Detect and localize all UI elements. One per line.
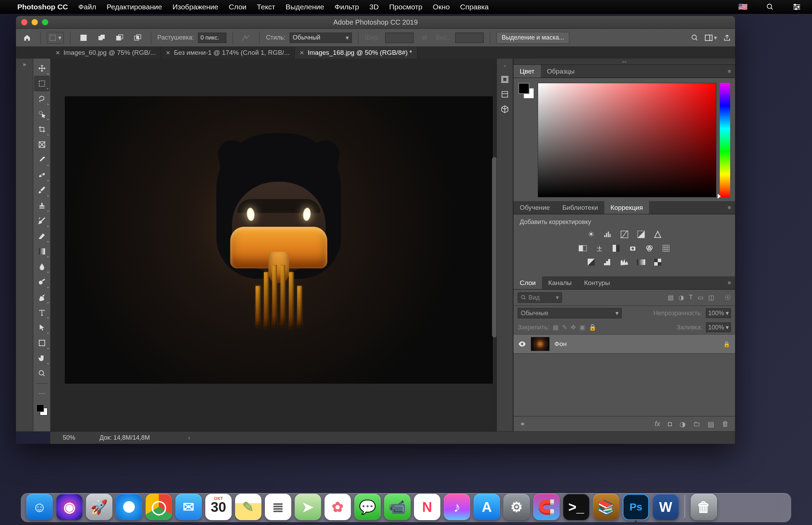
dock-maps-icon[interactable]: ➤ <box>295 494 321 520</box>
zoom-tool[interactable] <box>34 366 50 381</box>
dock-notes-icon[interactable]: ✎ <box>235 494 261 520</box>
edit-toolbar-button[interactable]: ⋯ <box>34 386 50 401</box>
filter-toggle[interactable]: ⦿ <box>725 294 731 301</box>
dock-reminders-icon[interactable]: ≣ <box>265 494 291 520</box>
healing-tool[interactable]: ▸ <box>34 167 50 183</box>
close-icon[interactable]: ✕ <box>300 50 304 56</box>
spotlight-icon[interactable] <box>766 3 774 11</box>
brush-tool[interactable]: ▸ <box>34 183 50 198</box>
workspace-switcher[interactable]: ▾ <box>705 34 717 42</box>
brightness-icon[interactable]: ☀ <box>586 229 596 240</box>
dock-chrome-icon[interactable]: ◯ <box>146 494 172 520</box>
frame-tool[interactable] <box>34 137 50 152</box>
dock-books-icon[interactable]: 📚 <box>593 494 619 520</box>
filter-adjust-icon[interactable]: ◑ <box>679 294 684 301</box>
menu-edit[interactable]: Редактирование <box>106 3 162 11</box>
dock-facetime-icon[interactable]: 📹 <box>384 494 411 520</box>
vibrance-icon[interactable] <box>653 229 663 240</box>
selective-color-icon[interactable] <box>653 257 663 267</box>
add-selection-icon[interactable] <box>95 32 109 44</box>
menu-filter[interactable]: Фильтр <box>335 3 359 11</box>
doc-tab[interactable]: ✕Без имени-1 @ 174% (Слой 1, RGB/... <box>161 47 295 59</box>
dock-settings-icon[interactable]: ⚙ <box>503 494 530 520</box>
zoom-level[interactable]: 50% <box>63 434 75 441</box>
control-center-icon[interactable] <box>793 3 801 10</box>
panel-menu-icon[interactable]: ≡ <box>728 280 731 286</box>
search-icon[interactable] <box>691 34 699 42</box>
input-flag-icon[interactable]: 🇺🇸 <box>738 2 748 11</box>
filter-type-icon[interactable]: T <box>689 294 693 301</box>
menu-app-name[interactable]: Photoshop CC <box>17 3 68 11</box>
tab-libraries[interactable]: Библиотеки <box>556 201 604 214</box>
menu-layers[interactable]: Слои <box>229 3 247 11</box>
stamp-tool[interactable]: ▸ <box>34 198 50 213</box>
history-panel-icon[interactable] <box>501 75 509 84</box>
opacity-input[interactable]: 100%▾ <box>706 308 731 318</box>
menu-view[interactable]: Просмотр <box>389 3 422 11</box>
tab-swatches[interactable]: Образцы <box>541 65 581 78</box>
new-selection-icon[interactable] <box>77 32 90 44</box>
doc-tab-active[interactable]: ✕Images_168.jpg @ 50% (RGB/8#) * <box>295 47 417 59</box>
type-tool[interactable]: ▸ <box>34 305 50 320</box>
hue-sat-icon[interactable] <box>578 243 588 253</box>
blur-tool[interactable]: ▸ <box>34 259 50 274</box>
menu-file[interactable]: Файл <box>78 3 96 11</box>
dock-mail-icon[interactable]: ✉ <box>175 494 202 520</box>
hand-tool[interactable]: ▸ <box>34 351 50 366</box>
select-and-mask-button[interactable]: Выделение и маска... <box>496 32 569 44</box>
dock-terminal-icon[interactable]: >_ <box>563 494 589 520</box>
dock-siri-icon[interactable]: ◉ <box>56 494 83 520</box>
layer-row[interactable]: Фон 🔒 <box>513 334 735 354</box>
dock-launchpad-icon[interactable]: 🚀 <box>86 494 112 520</box>
dock-news-icon[interactable]: N <box>414 494 440 520</box>
dock-finder-icon[interactable]: ☺ <box>26 494 53 520</box>
threshold-icon[interactable] <box>619 257 630 267</box>
sub-selection-icon[interactable] <box>113 32 127 44</box>
path-select-tool[interactable]: ▸ <box>34 320 50 335</box>
home-button[interactable] <box>20 32 34 44</box>
lock-icon[interactable]: 🔒 <box>723 341 730 347</box>
antialias-icon[interactable] <box>239 32 253 44</box>
hue-slider[interactable] <box>720 83 730 197</box>
vertical-scrollbar[interactable] <box>492 157 496 337</box>
tab-layers[interactable]: Слои <box>513 276 542 289</box>
status-flyout-icon[interactable]: › <box>188 434 190 441</box>
dock-magnet-icon[interactable]: 🧲 <box>533 494 560 520</box>
filter-shape-icon[interactable]: ▭ <box>698 294 703 301</box>
lock-pos-icon[interactable]: ✥ <box>571 324 576 331</box>
visibility-icon[interactable] <box>518 341 526 347</box>
close-icon[interactable]: ✕ <box>166 50 170 56</box>
3d-panel-icon[interactable] <box>501 105 509 113</box>
doc-size[interactable]: Док: 14,8M/14,8M <box>100 434 150 441</box>
eraser-tool[interactable]: ▸ <box>34 229 50 244</box>
photo-filter-icon[interactable] <box>628 243 638 253</box>
color-field[interactable] <box>538 83 716 197</box>
color-balance-icon[interactable] <box>594 243 605 253</box>
menu-help[interactable]: Справка <box>460 3 489 11</box>
properties-panel-icon[interactable] <box>501 91 509 98</box>
tab-learn[interactable]: Обучение <box>513 201 556 214</box>
tool-preset-dropdown[interactable]: ▾ <box>47 32 64 44</box>
close-icon[interactable]: ✕ <box>55 50 60 56</box>
foreground-background-swatch[interactable] <box>36 404 47 415</box>
canvas-area[interactable] <box>50 59 496 431</box>
curves-icon[interactable] <box>619 229 630 240</box>
menu-select[interactable]: Выделение <box>286 3 324 11</box>
share-icon[interactable] <box>723 34 731 42</box>
document-canvas[interactable] <box>65 97 492 383</box>
adjustment-layer-icon[interactable]: ◑ <box>680 420 685 428</box>
exposure-icon[interactable] <box>636 229 646 240</box>
lasso-tool[interactable]: ▸ <box>34 91 50 106</box>
bw-icon[interactable] <box>611 243 621 253</box>
lock-artboard-icon[interactable]: ▣ <box>579 324 585 331</box>
menu-type[interactable]: Текст <box>257 3 275 11</box>
lock-all-icon[interactable]: 🔒 <box>589 324 596 331</box>
shape-tool[interactable]: ▸ <box>34 335 50 351</box>
filter-smart-icon[interactable]: ◫ <box>708 294 714 301</box>
tab-channels[interactable]: Каналы <box>542 276 578 289</box>
tab-paths[interactable]: Контуры <box>578 276 616 289</box>
link-layers-icon[interactable]: ⚭ <box>520 420 526 428</box>
dock-messages-icon[interactable]: 💬 <box>354 494 381 520</box>
dock-photos-icon[interactable]: ✿ <box>325 494 351 520</box>
dodge-tool[interactable]: ▸ <box>34 274 50 290</box>
